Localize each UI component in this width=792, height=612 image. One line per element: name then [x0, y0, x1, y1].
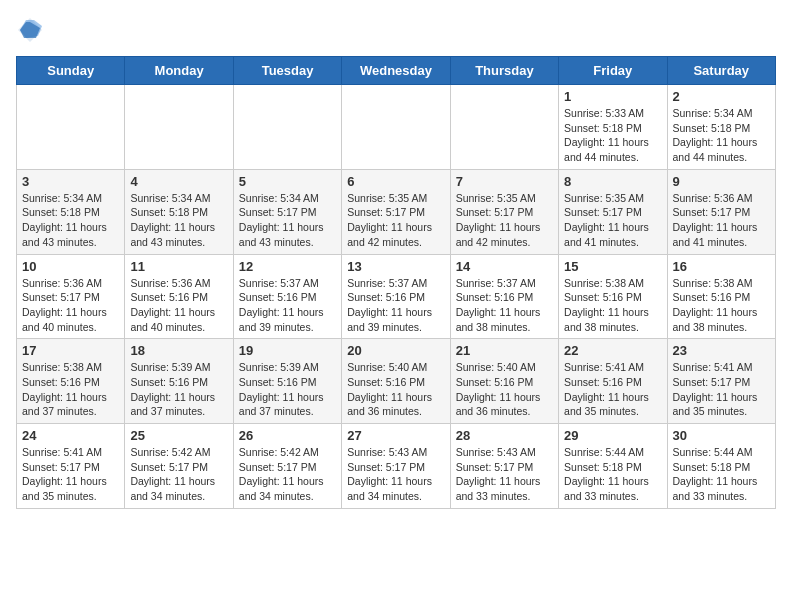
calendar-cell: 15Sunrise: 5:38 AM Sunset: 5:16 PM Dayli… — [559, 254, 667, 339]
day-number: 30 — [673, 428, 770, 443]
day-number: 1 — [564, 89, 661, 104]
day-info: Sunrise: 5:35 AM Sunset: 5:17 PM Dayligh… — [564, 191, 661, 250]
calendar-cell: 21Sunrise: 5:40 AM Sunset: 5:16 PM Dayli… — [450, 339, 558, 424]
calendar-table: SundayMondayTuesdayWednesdayThursdayFrid… — [16, 56, 776, 509]
day-info: Sunrise: 5:43 AM Sunset: 5:17 PM Dayligh… — [456, 445, 553, 504]
calendar-cell: 13Sunrise: 5:37 AM Sunset: 5:16 PM Dayli… — [342, 254, 450, 339]
calendar-cell: 1Sunrise: 5:33 AM Sunset: 5:18 PM Daylig… — [559, 85, 667, 170]
day-info: Sunrise: 5:43 AM Sunset: 5:17 PM Dayligh… — [347, 445, 444, 504]
page-header — [16, 16, 776, 44]
day-number: 14 — [456, 259, 553, 274]
calendar-cell: 20Sunrise: 5:40 AM Sunset: 5:16 PM Dayli… — [342, 339, 450, 424]
day-number: 28 — [456, 428, 553, 443]
day-info: Sunrise: 5:36 AM Sunset: 5:17 PM Dayligh… — [673, 191, 770, 250]
calendar-cell: 23Sunrise: 5:41 AM Sunset: 5:17 PM Dayli… — [667, 339, 775, 424]
day-number: 22 — [564, 343, 661, 358]
day-number: 29 — [564, 428, 661, 443]
day-of-week-header: Thursday — [450, 57, 558, 85]
day-info: Sunrise: 5:40 AM Sunset: 5:16 PM Dayligh… — [347, 360, 444, 419]
calendar-cell: 3Sunrise: 5:34 AM Sunset: 5:18 PM Daylig… — [17, 169, 125, 254]
day-of-week-header: Tuesday — [233, 57, 341, 85]
calendar-cell: 25Sunrise: 5:42 AM Sunset: 5:17 PM Dayli… — [125, 424, 233, 509]
calendar-cell: 9Sunrise: 5:36 AM Sunset: 5:17 PM Daylig… — [667, 169, 775, 254]
calendar-cell: 11Sunrise: 5:36 AM Sunset: 5:16 PM Dayli… — [125, 254, 233, 339]
day-info: Sunrise: 5:34 AM Sunset: 5:17 PM Dayligh… — [239, 191, 336, 250]
day-info: Sunrise: 5:38 AM Sunset: 5:16 PM Dayligh… — [673, 276, 770, 335]
day-number: 26 — [239, 428, 336, 443]
day-number: 3 — [22, 174, 119, 189]
day-number: 16 — [673, 259, 770, 274]
calendar-cell: 8Sunrise: 5:35 AM Sunset: 5:17 PM Daylig… — [559, 169, 667, 254]
day-info: Sunrise: 5:34 AM Sunset: 5:18 PM Dayligh… — [22, 191, 119, 250]
day-info: Sunrise: 5:36 AM Sunset: 5:16 PM Dayligh… — [130, 276, 227, 335]
calendar-cell: 4Sunrise: 5:34 AM Sunset: 5:18 PM Daylig… — [125, 169, 233, 254]
day-number: 19 — [239, 343, 336, 358]
calendar-cell: 10Sunrise: 5:36 AM Sunset: 5:17 PM Dayli… — [17, 254, 125, 339]
day-info: Sunrise: 5:44 AM Sunset: 5:18 PM Dayligh… — [673, 445, 770, 504]
logo-icon — [16, 16, 44, 44]
calendar-cell: 17Sunrise: 5:38 AM Sunset: 5:16 PM Dayli… — [17, 339, 125, 424]
day-number: 8 — [564, 174, 661, 189]
day-number: 7 — [456, 174, 553, 189]
calendar-week-row: 3Sunrise: 5:34 AM Sunset: 5:18 PM Daylig… — [17, 169, 776, 254]
day-number: 25 — [130, 428, 227, 443]
day-number: 9 — [673, 174, 770, 189]
calendar-cell — [125, 85, 233, 170]
day-info: Sunrise: 5:41 AM Sunset: 5:17 PM Dayligh… — [673, 360, 770, 419]
calendar-header-row: SundayMondayTuesdayWednesdayThursdayFrid… — [17, 57, 776, 85]
day-number: 2 — [673, 89, 770, 104]
day-number: 23 — [673, 343, 770, 358]
day-info: Sunrise: 5:39 AM Sunset: 5:16 PM Dayligh… — [130, 360, 227, 419]
day-info: Sunrise: 5:37 AM Sunset: 5:16 PM Dayligh… — [347, 276, 444, 335]
logo — [16, 16, 48, 44]
calendar-cell: 18Sunrise: 5:39 AM Sunset: 5:16 PM Dayli… — [125, 339, 233, 424]
day-number: 20 — [347, 343, 444, 358]
day-info: Sunrise: 5:35 AM Sunset: 5:17 PM Dayligh… — [347, 191, 444, 250]
calendar-cell: 29Sunrise: 5:44 AM Sunset: 5:18 PM Dayli… — [559, 424, 667, 509]
calendar-cell: 16Sunrise: 5:38 AM Sunset: 5:16 PM Dayli… — [667, 254, 775, 339]
calendar-cell: 12Sunrise: 5:37 AM Sunset: 5:16 PM Dayli… — [233, 254, 341, 339]
day-number: 5 — [239, 174, 336, 189]
day-number: 17 — [22, 343, 119, 358]
day-info: Sunrise: 5:33 AM Sunset: 5:18 PM Dayligh… — [564, 106, 661, 165]
day-of-week-header: Saturday — [667, 57, 775, 85]
calendar-cell: 7Sunrise: 5:35 AM Sunset: 5:17 PM Daylig… — [450, 169, 558, 254]
calendar-cell: 22Sunrise: 5:41 AM Sunset: 5:16 PM Dayli… — [559, 339, 667, 424]
calendar-cell: 26Sunrise: 5:42 AM Sunset: 5:17 PM Dayli… — [233, 424, 341, 509]
day-number: 27 — [347, 428, 444, 443]
day-info: Sunrise: 5:36 AM Sunset: 5:17 PM Dayligh… — [22, 276, 119, 335]
calendar-week-row: 24Sunrise: 5:41 AM Sunset: 5:17 PM Dayli… — [17, 424, 776, 509]
calendar-cell: 6Sunrise: 5:35 AM Sunset: 5:17 PM Daylig… — [342, 169, 450, 254]
day-number: 18 — [130, 343, 227, 358]
calendar-cell: 2Sunrise: 5:34 AM Sunset: 5:18 PM Daylig… — [667, 85, 775, 170]
day-info: Sunrise: 5:37 AM Sunset: 5:16 PM Dayligh… — [456, 276, 553, 335]
day-info: Sunrise: 5:42 AM Sunset: 5:17 PM Dayligh… — [239, 445, 336, 504]
day-info: Sunrise: 5:40 AM Sunset: 5:16 PM Dayligh… — [456, 360, 553, 419]
calendar-cell — [17, 85, 125, 170]
day-number: 24 — [22, 428, 119, 443]
calendar-cell: 19Sunrise: 5:39 AM Sunset: 5:16 PM Dayli… — [233, 339, 341, 424]
day-info: Sunrise: 5:34 AM Sunset: 5:18 PM Dayligh… — [673, 106, 770, 165]
day-number: 21 — [456, 343, 553, 358]
day-number: 15 — [564, 259, 661, 274]
day-of-week-header: Wednesday — [342, 57, 450, 85]
calendar-cell: 24Sunrise: 5:41 AM Sunset: 5:17 PM Dayli… — [17, 424, 125, 509]
calendar-week-row: 10Sunrise: 5:36 AM Sunset: 5:17 PM Dayli… — [17, 254, 776, 339]
day-number: 4 — [130, 174, 227, 189]
day-of-week-header: Friday — [559, 57, 667, 85]
calendar-cell — [233, 85, 341, 170]
calendar-cell: 5Sunrise: 5:34 AM Sunset: 5:17 PM Daylig… — [233, 169, 341, 254]
calendar-cell — [342, 85, 450, 170]
day-number: 12 — [239, 259, 336, 274]
calendar-week-row: 17Sunrise: 5:38 AM Sunset: 5:16 PM Dayli… — [17, 339, 776, 424]
day-info: Sunrise: 5:42 AM Sunset: 5:17 PM Dayligh… — [130, 445, 227, 504]
calendar-cell: 14Sunrise: 5:37 AM Sunset: 5:16 PM Dayli… — [450, 254, 558, 339]
day-of-week-header: Monday — [125, 57, 233, 85]
day-of-week-header: Sunday — [17, 57, 125, 85]
day-info: Sunrise: 5:34 AM Sunset: 5:18 PM Dayligh… — [130, 191, 227, 250]
day-number: 11 — [130, 259, 227, 274]
day-info: Sunrise: 5:38 AM Sunset: 5:16 PM Dayligh… — [564, 276, 661, 335]
day-number: 10 — [22, 259, 119, 274]
calendar-cell: 28Sunrise: 5:43 AM Sunset: 5:17 PM Dayli… — [450, 424, 558, 509]
calendar-cell: 30Sunrise: 5:44 AM Sunset: 5:18 PM Dayli… — [667, 424, 775, 509]
